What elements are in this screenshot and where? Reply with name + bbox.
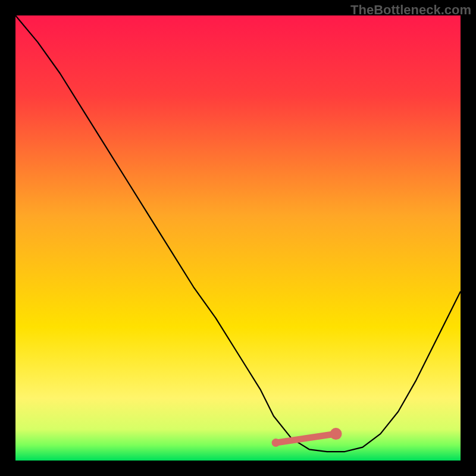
optimal-range-start-dot	[272, 439, 280, 447]
chart-container: TheBottleneck.com	[0, 0, 476, 476]
watermark-text: TheBottleneck.com	[350, 2, 471, 18]
plot-background	[15, 15, 461, 461]
optimal-range-end-dot	[330, 428, 342, 440]
bottleneck-chart	[0, 0, 476, 476]
